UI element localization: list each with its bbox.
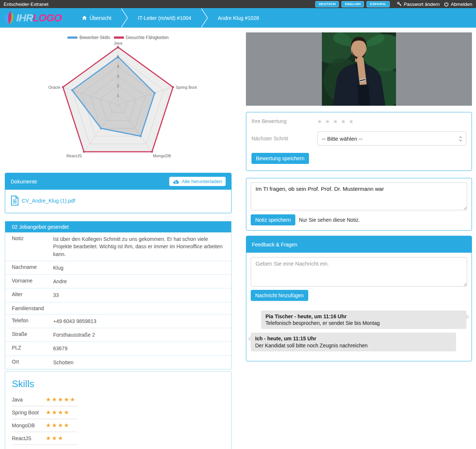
your-rating-label: Ihre Bewertung	[251, 118, 317, 124]
radar-point	[71, 89, 73, 91]
logo[interactable]: IHRLOGO	[4, 11, 62, 25]
table-row-label: Straße	[12, 331, 53, 338]
radar-point	[100, 127, 102, 129]
message-textarea[interactable]	[251, 257, 467, 287]
radar-tick-label: 3	[117, 74, 119, 78]
document-filename: CV_Andre_Klug (1).pdf	[22, 198, 75, 204]
table-row: OrtSchotten	[5, 355, 231, 369]
language-button-english[interactable]: ENGLISH	[341, 1, 364, 7]
radar-axis-label: ReactJS	[66, 154, 82, 158]
table-row-value: Klug	[53, 264, 63, 271]
skill-stars: ★★★★	[46, 422, 70, 428]
legend-item[interactable]: Gesuchte Fähigkeiten	[114, 35, 169, 40]
key-icon	[397, 1, 402, 7]
table-row-value: +49 6043 9859813	[53, 318, 96, 325]
add-message-button[interactable]: Nachricht hinzufügen	[251, 290, 308, 301]
save-rating-button[interactable]: Bewertung speichern	[251, 153, 309, 164]
table-row: Alter33	[5, 288, 231, 302]
feedback-body: Nachricht hinzufügen	[246, 253, 472, 301]
change-password-link[interactable]: Passwort ändern	[397, 1, 440, 7]
message-text: Der Kandidat soll bitte noch Zeugnis nac…	[255, 342, 452, 349]
language-button-deutsch[interactable]: DEUTSCH	[315, 1, 339, 7]
document-link[interactable]: CV_Andre_Klug (1).pdf	[11, 196, 226, 206]
logout-link[interactable]: Abmelden	[444, 1, 472, 7]
skills-list: Java★★★★★Spring Boot★★★★MongoDB★★★★React…	[12, 393, 225, 449]
rating-stars[interactable]: ★★★★★	[317, 119, 357, 124]
message-author: Pia Tischer - heute, um 11:16 Uhr	[265, 313, 462, 320]
table-row-value: Ist über den Kollegen Schmitt zu uns gek…	[53, 235, 225, 258]
table-row-value: Andre	[53, 278, 67, 285]
photo-strip	[246, 32, 472, 106]
skill-row: MongoDB★★★★	[12, 419, 77, 432]
breadcrumb-item-3[interactable]: Andre Klug #1028	[208, 15, 269, 21]
right-column: Ihre Bewertung ★★★★★ Nächster Schritt --…	[246, 32, 472, 361]
save-note-button[interactable]: Notiz speichern	[251, 214, 295, 225]
table-row-value: Forsthausstraße 2	[53, 331, 95, 338]
radar-tick-label: 4	[117, 64, 119, 69]
radar-point	[172, 86, 174, 88]
note-textarea[interactable]: Im TI fragen, ob sein Prof. Prof. Dr. Mu…	[251, 182, 467, 210]
feedback-panel: Feedback & Fragen Nachricht hinzufügen P…	[246, 236, 472, 361]
message-list: Pia Tischer - heute, um 11:16 UhrTelefon…	[246, 311, 472, 351]
breadcrumb-bar: IHRLOGO ÜbersichtIT-Leiter (m/w/d) #1004…	[0, 8, 476, 28]
main-content: Bewerber-SkillsGesuchte Fähigkeiten 1234…	[0, 28, 476, 449]
table-row-label: Ort	[12, 359, 53, 366]
message-text: Telefonisch besprochen, er sendet Sie bi…	[265, 320, 462, 326]
logout-label: Abmelden	[451, 1, 472, 7]
table-row: NotizIst über den Kollegen Schmitt zu un…	[5, 232, 231, 261]
radar-point	[83, 151, 85, 152]
feedback-title: Feedback & Fragen	[252, 242, 297, 248]
documents-panel: Dokumente Alle herunterladen	[5, 173, 232, 213]
candidate-table: NotizIst über den Kollegen Schmitt zu un…	[5, 232, 231, 369]
table-row-label: Familienstand	[12, 305, 53, 311]
message-bubble-own: Ich - heute, um 11:15 UhrDer Kandidat so…	[251, 333, 456, 351]
table-row-value: Schotten	[53, 359, 73, 366]
logo-icon	[4, 11, 15, 25]
table-row-label: Alter	[12, 291, 53, 299]
legend-swatch	[67, 36, 77, 39]
skills-panel: Skills Java★★★★★Spring Boot★★★★MongoDB★★…	[5, 371, 232, 449]
radar-axis-label: Oracle	[48, 85, 60, 90]
table-row: PLZ63679	[5, 341, 231, 355]
radar-tick-label: 5	[117, 55, 119, 59]
cloud-download-icon	[173, 179, 179, 184]
skill-stars: ★★★	[46, 435, 64, 441]
next-step-select[interactable]: -- Bitte wählen --	[317, 131, 466, 145]
table-row-value: 33	[53, 291, 59, 299]
table-row: StraßeForsthausstraße 2	[5, 328, 231, 341]
message-author: Ich - heute, um 11:15 Uhr	[255, 335, 452, 342]
table-row-label: Notiz	[12, 235, 53, 258]
legend-item[interactable]: Bewerber-Skills	[67, 35, 110, 40]
skill-name: Spring Boot	[12, 410, 46, 415]
breadcrumb-item-label: Übersicht	[90, 15, 111, 21]
message-bubble-other: Pia Tischer - heute, um 11:16 UhrTelefon…	[261, 311, 466, 329]
breadcrumb-item-label: Andre Klug #1028	[218, 15, 259, 21]
skill-name: ReactJS	[12, 435, 46, 441]
radar-point	[140, 135, 142, 137]
radar-axis-label: Spring Boot	[176, 85, 197, 90]
radar-point	[62, 86, 64, 88]
breadcrumb-item-2[interactable]: IT-Leiter (m/w/d) #1004	[128, 15, 201, 21]
language-button-español[interactable]: ESPAñOL	[366, 1, 390, 7]
chart-legend: Bewerber-SkillsGesuchte Fähigkeiten	[5, 35, 232, 41]
breadcrumb-separator	[201, 8, 208, 28]
radar-tick-label: 1	[117, 93, 119, 98]
power-icon	[444, 2, 449, 7]
skill-row: Oracle★★★★★	[12, 445, 77, 449]
skill-name: Java	[12, 397, 46, 403]
skill-row: Spring Boot★★★★	[12, 406, 77, 419]
table-row-label: Vorname	[12, 278, 53, 285]
next-step-selected-value: -- Bitte wählen --	[322, 136, 362, 142]
breadcrumb-item-1[interactable]: Übersicht	[72, 15, 121, 21]
home-icon	[82, 15, 87, 20]
note-panel: Im TI fragen, ob sein Prof. Prof. Dr. Mu…	[246, 178, 472, 231]
legend-swatch	[114, 36, 124, 39]
download-all-button[interactable]: Alle herunterladen	[169, 177, 226, 186]
download-all-label: Alle herunterladen	[181, 179, 222, 184]
radar-point	[151, 151, 153, 152]
documents-body: CV_Andre_Klug (1).pdf	[5, 190, 231, 213]
radar-tick-label: 6	[117, 45, 119, 49]
table-row: VornameAndre	[5, 274, 231, 288]
next-step-label: Nächster Schritt	[251, 136, 317, 141]
table-row-label: PLZ	[12, 345, 53, 352]
